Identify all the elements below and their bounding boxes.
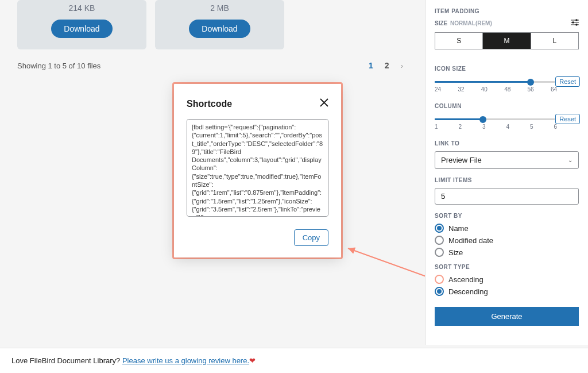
download-button[interactable]: Download	[51, 20, 112, 38]
sort-type-label: SORT TYPE	[435, 264, 579, 270]
size-label: SIZE	[435, 20, 447, 26]
icon-size-slider[interactable]	[435, 81, 555, 83]
item-padding-label: ITEM PADDING	[435, 8, 579, 14]
file-size: 2 MB	[155, 0, 284, 20]
link-to-label: LINK TO	[435, 140, 579, 147]
shortcode-modal: Shortcode Copy	[172, 82, 343, 259]
link-to-select[interactable]: Preview File ⌄	[435, 151, 579, 169]
sort-type-descending[interactable]: Descending	[435, 287, 579, 296]
svg-point-1	[575, 19, 578, 21]
download-button[interactable]: Download	[189, 20, 250, 38]
column-label: COLUMN	[435, 103, 579, 109]
footer: Love FileBird Document Library? Please w…	[0, 348, 588, 373]
limit-items-label: LIMIT ITEMS	[435, 177, 579, 183]
padding-m[interactable]: M	[483, 33, 531, 49]
settings-icon[interactable]	[571, 19, 579, 28]
padding-s[interactable]: S	[435, 33, 483, 49]
icon-size-reset[interactable]: Reset	[555, 76, 580, 87]
page-1[interactable]: 1	[369, 61, 373, 70]
review-link[interactable]: Please write us a glowing review here.	[122, 356, 249, 365]
padding-l[interactable]: L	[531, 33, 578, 49]
file-card: 214 KB Download	[17, 0, 146, 49]
generate-button[interactable]: Generate	[435, 307, 579, 326]
close-icon[interactable]	[320, 98, 328, 110]
heart-icon: ❤	[249, 356, 256, 365]
page-2[interactable]: 2	[385, 61, 389, 70]
size-value: NORMAL(REM)	[450, 20, 492, 26]
sort-by-modified[interactable]: Modified date	[435, 236, 579, 245]
copy-button[interactable]: Copy	[294, 229, 328, 246]
file-size: 214 KB	[17, 0, 146, 20]
icon-size-label: ICON SIZE	[435, 66, 579, 72]
chevron-right-icon[interactable]: ›	[401, 61, 403, 70]
pagination-summary: Showing 1 to 5 of 10 files	[17, 61, 100, 70]
svg-point-2	[572, 21, 574, 24]
sort-type-ascending[interactable]: Ascending	[435, 275, 579, 284]
shortcode-textarea[interactable]	[187, 119, 328, 217]
svg-point-3	[575, 24, 578, 26]
modal-title: Shortcode	[187, 99, 232, 109]
chevron-down-icon: ⌄	[568, 157, 572, 163]
padding-size-segment: S M L	[435, 32, 579, 49]
sort-by-label: SORT BY	[435, 213, 579, 219]
sort-by-name[interactable]: Name	[435, 224, 579, 233]
sort-by-size[interactable]: Size	[435, 248, 579, 257]
limit-items-input[interactable]	[435, 188, 579, 205]
column-reset[interactable]: Reset	[555, 114, 580, 124]
file-card: 2 MB Download	[155, 0, 284, 49]
column-slider[interactable]	[435, 118, 555, 120]
